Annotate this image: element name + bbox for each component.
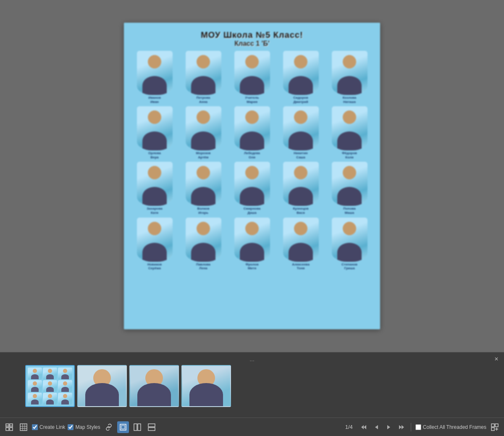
thumbnail-4[interactable] — [181, 365, 231, 407]
canvas-area: МОУ Школа №5 Класс! Класс 1 'Б' ИвановИв… — [0, 0, 504, 352]
svg-rect-15 — [148, 424, 155, 427]
svg-marker-22 — [402, 425, 404, 429]
svg-rect-6 — [20, 424, 27, 431]
photo-row-4: НовиковСерёжа ПавловаЛена ФроловМитя Але… — [124, 218, 380, 271]
doc-photo: МорозовАртём — [180, 106, 226, 159]
frame-icon-3 — [148, 423, 155, 431]
doc-title: МОУ Школа №5 Класс! — [128, 30, 376, 40]
frame-button-1[interactable] — [117, 421, 129, 433]
photo-img — [234, 218, 270, 262]
doc-photo: КозловаНаташа — [326, 51, 373, 104]
photo-img — [137, 106, 173, 150]
photo-img — [137, 218, 173, 262]
doc-photo: СидоровДмитрий — [278, 51, 324, 104]
doc-photo: СмирноваДаша — [229, 162, 275, 215]
grid2-icon — [20, 423, 27, 431]
thumbnail-1[interactable] — [25, 365, 75, 407]
grid2-icon-button[interactable] — [18, 421, 29, 433]
doc-photo: НовиковСерёжа — [131, 218, 178, 271]
svg-rect-11 — [120, 424, 126, 430]
nav-first-icon — [360, 424, 367, 431]
photo-row-3: ЗахароваКатя ВолковИгорь СмирноваДаша Ку… — [124, 162, 380, 215]
frame-icon-2 — [134, 423, 141, 431]
page-indicator: 1/4 — [345, 424, 353, 430]
photo-img — [137, 51, 173, 95]
grid-icon — [5, 423, 13, 431]
photo-img — [186, 51, 221, 95]
nav-first-button[interactable] — [359, 422, 369, 432]
doc-photo: КузнецовВася — [278, 162, 324, 215]
photo-img — [186, 162, 221, 206]
photo-img — [283, 106, 319, 150]
photo-img — [332, 51, 368, 95]
thumb-photo — [43, 368, 57, 379]
collect-icon-button[interactable] — [489, 421, 501, 433]
photo-img — [332, 162, 368, 206]
thumbnail-inner-1 — [26, 366, 74, 406]
create-link-text: Create Link — [39, 424, 65, 430]
doc-photo: СтепановГриша — [326, 218, 373, 271]
thumb-photo — [43, 380, 57, 392]
photo-img — [234, 106, 270, 150]
photo-row-1: ИвановИван ПетроваАнна УчительМария Сидо… — [124, 51, 380, 104]
svg-marker-21 — [399, 425, 402, 429]
doc-photo: ПоповаМаша — [326, 162, 373, 215]
nav-last-button[interactable] — [396, 422, 407, 432]
nav-next-icon — [386, 424, 392, 431]
svg-rect-14 — [138, 424, 141, 431]
photo-img — [234, 51, 270, 95]
svg-rect-25 — [491, 428, 494, 431]
link-icon-button[interactable] — [103, 421, 115, 433]
photo-img — [283, 218, 319, 262]
collect-checkbox[interactable] — [415, 424, 421, 430]
photo-row-2: ОрловаВера МорозовАртём ЛебедеваОля Ники… — [124, 106, 380, 159]
doc-photo: ЛебедеваОля — [229, 106, 275, 159]
collect-text: Collect All Threaded Frames — [423, 424, 486, 430]
doc-photo: АлексееваТоня — [278, 218, 324, 271]
create-link-checkbox[interactable] — [32, 424, 38, 430]
create-link-label[interactable]: Create Link — [32, 424, 65, 430]
thumb-photo — [58, 368, 72, 379]
nav-next-button[interactable] — [384, 422, 394, 432]
thumb-photo — [58, 380, 72, 392]
photo-img — [186, 106, 221, 150]
thumbnail-3[interactable] — [129, 365, 179, 407]
nav-prev-button[interactable] — [371, 422, 381, 432]
photo-img — [283, 51, 319, 95]
link-icon — [105, 423, 113, 431]
drag-handle[interactable]: ... — [249, 356, 255, 362]
frame-icon-1 — [119, 423, 127, 431]
photo-img — [186, 218, 221, 262]
svg-rect-24 — [495, 424, 498, 427]
map-styles-checkbox[interactable] — [68, 424, 74, 430]
doc-photo: ФёдоровКоля — [326, 106, 373, 159]
thumbnails-area — [25, 365, 231, 407]
toolbar: Create Link Map Styles — [0, 418, 504, 436]
grid-icon-button[interactable] — [3, 421, 15, 433]
bottom-panel: × ... — [0, 352, 504, 436]
toolbar-divider — [411, 423, 411, 431]
doc-photo: ПавловаЛена — [180, 218, 226, 271]
photo-img — [332, 106, 368, 150]
doc-photo: УчительМария — [229, 51, 275, 104]
svg-rect-3 — [10, 428, 13, 431]
svg-marker-20 — [387, 425, 390, 429]
nav-last-icon — [398, 424, 405, 431]
frame-button-2[interactable] — [131, 421, 143, 433]
close-button[interactable]: × — [492, 355, 501, 363]
doc-photo: ПетроваАнна — [180, 51, 226, 104]
frame-button-3[interactable] — [146, 421, 158, 433]
map-styles-label[interactable]: Map Styles — [68, 424, 100, 430]
collect-label[interactable]: Collect All Threaded Frames — [415, 424, 486, 430]
thumb-photo — [28, 380, 42, 392]
photo-img — [137, 162, 173, 206]
document-preview: МОУ Школа №5 Класс! Класс 1 'Б' ИвановИв… — [124, 23, 380, 329]
svg-rect-2 — [6, 428, 9, 431]
thumb-photo — [28, 393, 42, 404]
thumbnail-2[interactable] — [77, 365, 127, 407]
thumb-photo — [28, 368, 42, 379]
svg-rect-13 — [134, 424, 137, 431]
svg-rect-23 — [491, 424, 494, 427]
photo-img — [283, 162, 319, 206]
doc-photo: ИвановИван — [131, 51, 178, 104]
